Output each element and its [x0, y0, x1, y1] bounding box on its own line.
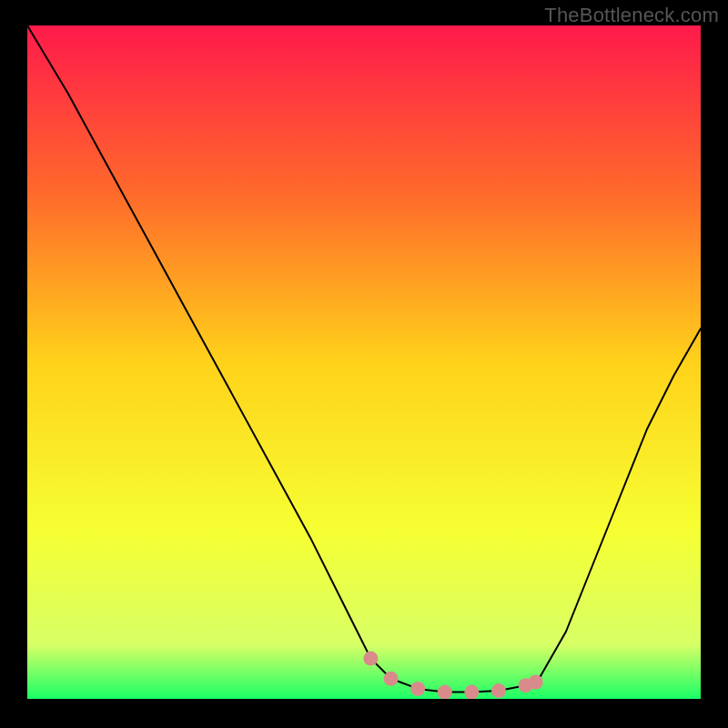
optimal-marker — [491, 683, 506, 698]
chart-background — [27, 25, 701, 699]
optimal-marker — [410, 682, 425, 696]
optimal-marker — [529, 675, 543, 690]
chart-svg — [27, 25, 701, 699]
optimal-marker — [363, 652, 378, 666]
optimal-marker — [384, 672, 399, 686]
chart-frame: TheBottleneck.com — [0, 0, 728, 728]
bottleneck-chart — [27, 25, 701, 699]
optimal-marker — [438, 685, 452, 699]
optimal-marker — [464, 685, 479, 699]
watermark-label: TheBottleneck.com — [544, 4, 719, 27]
